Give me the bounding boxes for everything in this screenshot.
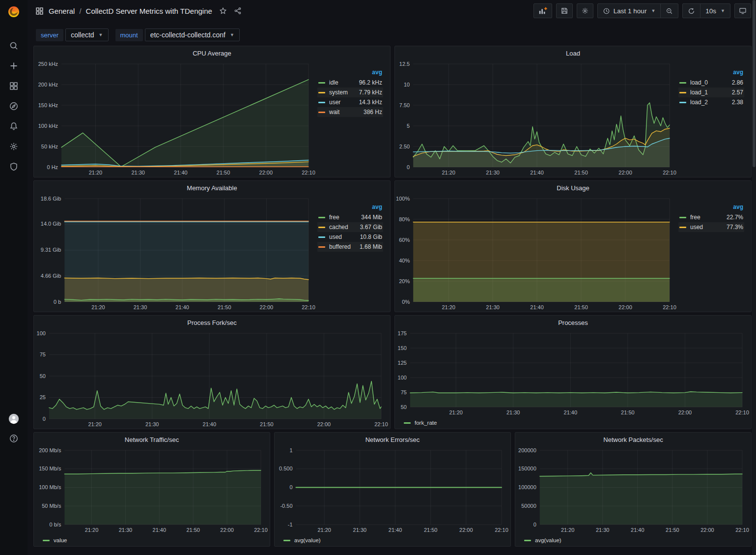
save-dashboard-button[interactable] <box>556 3 573 18</box>
dashboards-icon[interactable] <box>8 81 19 91</box>
legend-series-name: free <box>329 214 339 221</box>
svg-text:21:40: 21:40 <box>175 304 189 310</box>
panel-header[interactable]: Memory Available <box>34 181 390 195</box>
legend-series-value[interactable]: value <box>43 537 67 543</box>
svg-text:50: 50 <box>40 373 46 379</box>
legend-series-name: idle <box>329 79 338 86</box>
svg-text:22:10: 22:10 <box>663 170 676 175</box>
legend-series-load_2[interactable]: load_22.38 <box>678 97 744 107</box>
legend-series-avg(value)[interactable]: avg(value) <box>524 537 561 543</box>
dashboard-title[interactable]: CollectD Server Metrics with TDengine <box>86 7 212 15</box>
panel-header[interactable]: Processes <box>395 316 751 329</box>
legend-series-name: user <box>329 99 340 106</box>
svg-text:22:10: 22:10 <box>302 170 315 175</box>
variable-mount-value[interactable]: etc-collectd-collectd.conf ▼ <box>145 29 240 41</box>
legend-series-load_0[interactable]: load_02.86 <box>678 78 744 88</box>
dashboard-settings-button[interactable] <box>577 3 593 18</box>
svg-text:-0.50: -0.50 <box>280 503 292 509</box>
svg-text:100000: 100000 <box>518 484 536 490</box>
legend-avg-header: avg <box>678 203 744 212</box>
legend-series-system[interactable]: system7.79 kHz <box>317 88 383 97</box>
panel-title: Processes <box>558 319 588 326</box>
disk-usage-chart[interactable]: 0%20%40%60%80%100%21:2021:3021:4021:5022… <box>395 195 678 312</box>
legend-series-color <box>679 102 686 103</box>
load-chart[interactable]: 02.5057.501012.521:2021:3021:4021:5022:0… <box>395 60 678 177</box>
panel-header[interactable]: Process Fork/sec <box>34 316 390 329</box>
legend-series-used[interactable]: used10.8 Gib <box>317 232 383 242</box>
disk-usage-legend: avgfree22.7%used77.3% <box>678 195 751 312</box>
process-fork-chart[interactable]: 025507510021:2021:3021:4021:5022:0022:10 <box>34 329 390 429</box>
add-panel-button[interactable] <box>533 3 552 18</box>
help-icon[interactable] <box>8 433 19 444</box>
svg-text:-1: -1 <box>288 522 293 527</box>
legend-series-free[interactable]: free22.7% <box>678 212 744 222</box>
variable-server-value[interactable]: collectd ▼ <box>65 29 108 41</box>
network-traffic-chart[interactable]: 0 b/s50 Mb/s100 Mb/s150 Mb/s200 Mb/s21:2… <box>34 446 270 534</box>
panel-header[interactable]: CPU Average <box>34 46 390 60</box>
refresh-interval-select[interactable]: 10s ▼ <box>700 4 730 18</box>
legend-series-idle[interactable]: idle96.2 kHz <box>317 78 383 88</box>
svg-text:0: 0 <box>407 164 410 170</box>
svg-text:22:00: 22:00 <box>618 304 632 310</box>
legend-series-used[interactable]: used77.3% <box>678 222 744 232</box>
memory-available-chart[interactable]: 0 b4.66 Gib9.31 Gib14.0 Gib18.6 Gib21:20… <box>34 195 317 312</box>
user-avatar[interactable] <box>8 413 19 424</box>
legend-series-name: value <box>54 537 67 543</box>
network-errors-chart[interactable]: -1-0.5000.500121:2021:3021:4021:5022:002… <box>275 446 510 534</box>
search-icon[interactable] <box>8 40 19 51</box>
svg-text:0 b: 0 b <box>54 299 61 305</box>
alerting-icon[interactable] <box>8 121 19 132</box>
svg-text:21:50: 21:50 <box>260 421 274 427</box>
svg-text:21:20: 21:20 <box>88 421 102 427</box>
variable-server: server collectd ▼ <box>36 29 109 41</box>
grafana-logo[interactable] <box>0 0 28 24</box>
star-icon[interactable] <box>219 7 227 15</box>
legend-series-load_1[interactable]: load_12.57 <box>678 88 744 97</box>
svg-text:21:20: 21:20 <box>91 304 105 310</box>
svg-text:21:30: 21:30 <box>145 421 159 427</box>
legend-series-color <box>318 236 325 238</box>
legend-series-buffered[interactable]: buffered1.68 Mib <box>317 242 383 252</box>
zoom-out-button[interactable] <box>660 4 678 18</box>
breadcrumb-folder[interactable]: General <box>49 7 75 15</box>
svg-text:7.50: 7.50 <box>399 102 410 108</box>
configuration-gear-icon[interactable] <box>8 141 19 152</box>
svg-text:50 Mb/s: 50 Mb/s <box>42 503 61 509</box>
create-icon[interactable] <box>8 60 19 71</box>
svg-text:21:50: 21:50 <box>218 304 231 310</box>
page-scrollbar[interactable] <box>752 0 756 555</box>
legend-series-fork_rate[interactable]: fork_rate <box>404 420 437 426</box>
explore-icon[interactable] <box>8 101 19 112</box>
time-range-button[interactable]: Last 1 hour ▼ <box>598 4 660 18</box>
dashboard-grid-icon <box>35 7 44 15</box>
cpu-average-chart[interactable]: 0 Hz50 kHz100 kHz150 kHz200 kHz250 kHz21… <box>34 60 317 177</box>
svg-text:0%: 0% <box>402 299 410 305</box>
panel-header[interactable]: Load <box>395 46 751 60</box>
legend-series-name: buffered <box>329 243 351 250</box>
legend-series-avg(value)[interactable]: avg(value) <box>283 537 321 543</box>
server-admin-shield-icon[interactable] <box>8 161 19 172</box>
network-packets-chart[interactable]: 05000010000015000020000021:2021:3021:402… <box>515 446 751 534</box>
panel-disk-usage: Disk Usage 0%20%40%60%80%100%21:2021:302… <box>394 180 752 312</box>
legend-series-user[interactable]: user14.3 kHz <box>317 97 383 107</box>
legend-series-name: cached <box>329 224 348 231</box>
cycle-view-mode-button[interactable] <box>734 3 751 18</box>
processes-chart[interactable]: 507510012515017521:2021:3021:4021:5022:0… <box>395 329 751 417</box>
svg-text:9.31 Gib: 9.31 Gib <box>41 247 61 253</box>
panel-header[interactable]: Disk Usage <box>395 181 751 195</box>
panel-header[interactable]: Network Traffic/sec <box>34 433 270 446</box>
svg-text:21:20: 21:20 <box>442 170 455 175</box>
network-errors-legend: avg(value) <box>275 534 510 546</box>
refresh-interval-label: 10s <box>705 7 716 15</box>
svg-text:100: 100 <box>398 375 407 380</box>
panel-header[interactable]: Network Errors/sec <box>275 433 510 446</box>
panel-network-packets: Network Packets/sec 05000010000015000020… <box>515 432 752 547</box>
legend-series-free[interactable]: free344 Mib <box>317 212 383 222</box>
panel-header[interactable]: Network Packets/sec <box>515 433 751 446</box>
legend-series-name: used <box>329 234 342 240</box>
legend-series-value: 22.7% <box>727 214 743 221</box>
refresh-button[interactable] <box>683 4 700 18</box>
legend-series-wait[interactable]: wait386 Hz <box>317 107 383 117</box>
share-icon[interactable] <box>234 7 242 15</box>
legend-series-cached[interactable]: cached3.67 Gib <box>317 222 383 232</box>
